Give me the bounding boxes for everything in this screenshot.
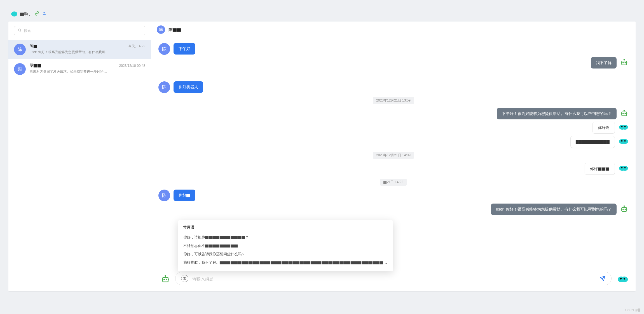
app-title: ▇助手 [20,11,32,16]
svg-point-13 [621,126,623,128]
svg-point-17 [621,140,623,142]
main-panel: 陈 陈▇ 今天, 14:22 user: 你好！很高兴能够为您提供帮助。有什么我… [8,22,636,291]
conversation-time: 2023/12/10 00:48 [119,64,145,68]
phrases-trigger-icon[interactable]: 常 [181,275,188,282]
link-icon[interactable] [35,11,39,16]
phrase-item[interactable]: 你好，请把你▇▇▇▇▇▇▇▇▇▇▇？ [183,233,388,242]
message-bubble: 下午好！很高兴能够为您提供帮助。有什么我可以帮到您的吗？ [497,108,617,119]
conversation-preview: user: 你好！很高兴能够为您提供帮助。有什么我可… [30,50,145,55]
message-bubble: 你好机器人 [174,81,203,93]
message-row: user: 你好！很高兴能够为您提供帮助。有什么我可以帮到您的吗？ [158,204,628,215]
bot-icon [618,137,628,145]
message-row: 你好啊 [158,122,628,134]
bot-icon [617,274,628,284]
chat-header-title: 陈▇▇ [168,27,181,32]
message-bubble: 你好▇▇▇ [585,163,615,175]
message-row: 你好▇▇▇ [158,163,628,175]
app-header: ▇助手 [8,8,636,22]
svg-line-2 [20,31,21,32]
message-bubble: 你好啊 [593,122,615,134]
svg-rect-23 [622,207,627,211]
svg-point-35 [620,278,622,280]
sidebar: 陈 陈▇ 今天, 14:22 user: 你好！很高兴能够为您提供帮助。有什么我… [8,22,151,291]
svg-rect-7 [622,112,627,116]
svg-point-8 [623,113,624,114]
phrase-item[interactable]: 我很抱歉，我不了解。▇▇▇▇▇▇▇▇▇▇▇▇▇▇▇▇▇▇▇▇▇▇▇▇▇▇▇▇▇▇… [183,258,388,267]
svg-rect-3 [622,61,627,65]
avatar: 陈 [158,81,170,93]
phrases-title: 常用语 [183,225,388,230]
message-row: 陈 下午好 [158,43,628,55]
time-chip: 2023年12月21日 13:59 [373,97,414,104]
avatar: 陈 [157,25,165,34]
phrase-item[interactable]: 不好意思你不▇▇▇▇▇▇▇▇▇ [183,242,388,250]
svg-point-25 [625,209,626,210]
conversation-item[interactable]: 陈 陈▇ 今天, 14:22 user: 你好！很高兴能够为您提供帮助。有什么我… [8,40,151,59]
message-input[interactable] [192,276,596,281]
search-input[interactable] [24,29,142,33]
svg-point-6 [624,59,625,60]
svg-point-5 [625,62,626,63]
send-button[interactable] [599,275,606,282]
message-row: 我不了解 [158,57,628,69]
conversation-name: 陈▇ [30,44,38,49]
svg-point-29 [166,279,167,280]
message-bubble: user: 你好！很高兴能够为您提供帮助。有什么我可以帮到您的吗？ [491,204,617,215]
watermark: CSDN @▇ [625,308,640,312]
robot-icon [620,58,628,67]
svg-point-30 [165,275,166,276]
person-icon[interactable] [42,11,46,16]
avatar: 陈 [158,43,170,55]
message-bubble: 下午好 [174,43,195,55]
time-divider: 2023年12月21日 14:09 [158,152,628,159]
chat-main: 陈 陈▇▇ 陈 下午好 我不了解 [151,22,636,291]
bot-icon [618,123,628,131]
message-row: 陈 你好机器人 [158,81,628,93]
avatar: 陈 [158,190,170,201]
composer: 常 [151,268,636,291]
bot-icon [618,164,628,172]
svg-point-10 [624,110,625,111]
time-chip: 2023年12月21日 14:09 [373,152,414,159]
phrases-popup: 常用语 你好，请把你▇▇▇▇▇▇▇▇▇▇▇？ 不好意思你不▇▇▇▇▇▇▇▇▇ 你… [178,220,393,271]
app-logo-icon [11,11,17,16]
robot-icon [620,109,628,117]
time-chip: ▇21日 14:22 [380,179,407,186]
message-bubble: 你好▇ [174,190,195,201]
conversation-name: 梁▇▇ [30,63,41,68]
svg-rect-27 [163,277,168,282]
svg-point-1 [18,29,20,31]
svg-point-22 [624,167,626,169]
svg-point-21 [621,167,623,169]
svg-point-0 [43,12,45,13]
svg-point-28 [164,279,165,280]
conversation-time: 今天, 14:22 [128,44,145,49]
message-bubble: ▇▇▇▇▇▇▇▇▇▇▇ [570,136,615,148]
chat-header: 陈 陈▇▇ [151,22,636,38]
svg-point-24 [623,209,624,210]
time-divider: 2023年12月21日 13:59 [158,97,628,104]
time-divider: ▇21日 14:22 [158,179,628,186]
robot-icon[interactable] [161,274,170,284]
message-row: 陈 你好▇ [158,190,628,201]
svg-point-36 [624,278,625,280]
phrase-item[interactable]: 你好，可以告诉我你还想问些什么吗？ [183,250,388,258]
svg-point-18 [624,140,626,142]
conversation-item[interactable]: 梁 梁▇▇ 2023/12/10 00:48 看来对方撤回了发送请求。如果您需要… [8,59,151,79]
avatar: 梁 [14,63,26,75]
message-bubble: 我不了解 [591,57,617,69]
message-row: 下午好！很高兴能够为您提供帮助。有什么我可以帮到您的吗？ [158,108,628,119]
composer-box: 常 [175,272,612,285]
search-input-wrap[interactable] [14,26,145,35]
conversation-preview: 看来对方撤回了发送请求。如果您需要进一步讨论… [30,69,145,74]
robot-icon [620,205,628,213]
svg-point-26 [624,206,625,207]
search-icon [18,28,22,33]
svg-point-9 [625,113,626,114]
conversation-list: 陈 陈▇ 今天, 14:22 user: 你好！很高兴能够为您提供帮助。有什么我… [8,40,151,291]
svg-point-14 [624,126,626,128]
svg-point-4 [623,62,624,63]
avatar: 陈 [14,44,26,55]
message-row: ▇▇▇▇▇▇▇▇▇▇▇ [158,136,628,148]
